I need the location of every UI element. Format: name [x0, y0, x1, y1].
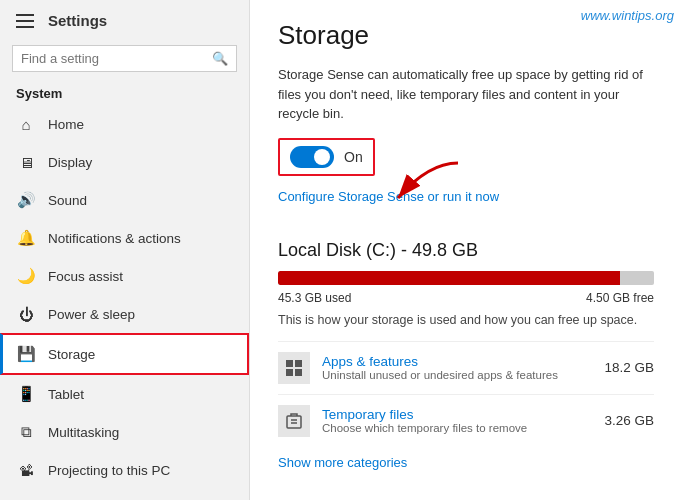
sidebar-item-label: Power & sleep [48, 307, 135, 322]
sidebar-item-projecting[interactable]: 📽 Projecting to this PC [0, 451, 249, 489]
disk-bar-used [278, 271, 620, 285]
storage-sense-description: Storage Sense can automatically free up … [278, 65, 654, 124]
sidebar-item-display[interactable]: 🖥 Display [0, 143, 249, 181]
page-title: Storage [278, 20, 654, 51]
storage-sense-toggle[interactable] [290, 146, 334, 168]
sidebar-item-label: Display [48, 155, 92, 170]
configure-link-row: Configure Storage Sense or run it now [278, 188, 654, 210]
tablet-icon: 📱 [16, 384, 36, 404]
svg-rect-4 [295, 369, 302, 376]
disk-bar [278, 271, 654, 285]
main-content: www.wintips.org Storage Storage Sense ca… [250, 0, 682, 500]
disk-free-label: 4.50 GB free [586, 291, 654, 305]
svg-rect-1 [286, 360, 293, 367]
disk-stats: 45.3 GB used 4.50 GB free [278, 291, 654, 305]
apps-info: Apps & features Uninstall unused or unde… [322, 354, 604, 381]
svg-rect-5 [287, 416, 301, 428]
app-title: Settings [48, 12, 107, 29]
sidebar-item-power[interactable]: ⏻ Power & sleep [0, 295, 249, 333]
sidebar-item-label: Home [48, 117, 84, 132]
apps-subtitle: Uninstall unused or undesired apps & fea… [322, 369, 604, 381]
multitasking-icon: ⧉ [16, 422, 36, 442]
sidebar-item-focus[interactable]: 🌙 Focus assist [0, 257, 249, 295]
sidebar-item-storage[interactable]: 💾 Storage [0, 333, 249, 375]
temp-info: Temporary files Choose which temporary f… [322, 407, 604, 434]
sidebar-item-label: Projecting to this PC [48, 463, 170, 478]
home-icon: ⌂ [16, 114, 36, 134]
sidebar-item-label: Sound [48, 193, 87, 208]
apps-size: 18.2 GB [604, 360, 654, 375]
annotation-arrow [378, 153, 478, 213]
watermark: www.wintips.org [581, 8, 674, 23]
app-header: Settings [0, 0, 249, 41]
search-icon: 🔍 [212, 51, 228, 66]
temp-title[interactable]: Temporary files [322, 407, 604, 422]
display-icon: 🖥 [16, 152, 36, 172]
configure-link[interactable]: Configure Storage Sense or run it now [278, 189, 499, 204]
svg-rect-3 [286, 369, 293, 376]
sidebar-item-label: Multitasking [48, 425, 119, 440]
disk-used-label: 45.3 GB used [278, 291, 351, 305]
search-input[interactable] [21, 51, 212, 66]
search-box[interactable]: 🔍 [12, 45, 237, 72]
storage-icon: 💾 [16, 344, 36, 364]
hamburger-menu[interactable] [16, 14, 34, 28]
power-icon: ⏻ [16, 304, 36, 324]
sidebar: Settings 🔍 System ⌂ Home 🖥 Display 🔊 Sou… [0, 0, 250, 500]
sidebar-item-notifications[interactable]: 🔔 Notifications & actions [0, 219, 249, 257]
sidebar-item-label: Tablet [48, 387, 84, 402]
sidebar-item-label: Focus assist [48, 269, 123, 284]
disk-usage-description: This is how your storage is used and how… [278, 313, 654, 327]
toggle-label: On [344, 149, 363, 165]
notifications-icon: 🔔 [16, 228, 36, 248]
focus-icon: 🌙 [16, 266, 36, 286]
sidebar-item-sound[interactable]: 🔊 Sound [0, 181, 249, 219]
disk-section: Local Disk (C:) - 49.8 GB 45.3 GB used 4… [278, 240, 654, 470]
sound-icon: 🔊 [16, 190, 36, 210]
projecting-icon: 📽 [16, 460, 36, 480]
apps-title[interactable]: Apps & features [322, 354, 604, 369]
toggle-container: On [278, 138, 375, 176]
sidebar-item-home[interactable]: ⌂ Home [0, 105, 249, 143]
sidebar-item-label: Notifications & actions [48, 231, 181, 246]
sidebar-section-label: System [0, 80, 249, 105]
svg-rect-2 [295, 360, 302, 367]
sidebar-item-label: Storage [48, 347, 95, 362]
storage-item-apps: Apps & features Uninstall unused or unde… [278, 341, 654, 394]
storage-item-temp: Temporary files Choose which temporary f… [278, 394, 654, 447]
temp-size: 3.26 GB [604, 413, 654, 428]
sidebar-item-tablet[interactable]: 📱 Tablet [0, 375, 249, 413]
show-more-link[interactable]: Show more categories [278, 455, 407, 470]
apps-icon [278, 352, 310, 384]
sidebar-item-multitasking[interactable]: ⧉ Multitasking [0, 413, 249, 451]
temp-icon [278, 405, 310, 437]
disk-title: Local Disk (C:) - 49.8 GB [278, 240, 654, 261]
temp-subtitle: Choose which temporary files to remove [322, 422, 604, 434]
